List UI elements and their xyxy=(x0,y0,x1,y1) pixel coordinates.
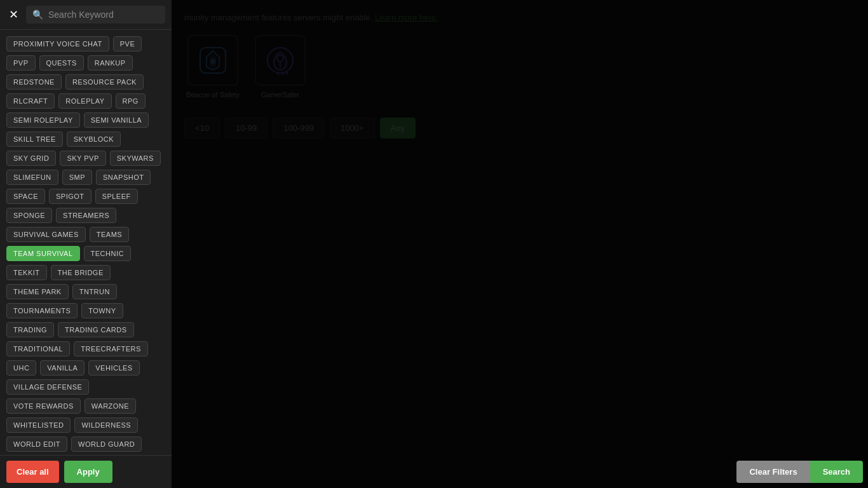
tag-tntrun[interactable]: TNTRUN xyxy=(72,284,117,299)
search-input[interactable] xyxy=(48,10,159,20)
tag-village-defense[interactable]: VILLAGE DEFENSE xyxy=(6,379,89,395)
tag-teams[interactable]: TEAMS xyxy=(90,227,129,242)
tag-technic[interactable]: TECHNIC xyxy=(84,246,131,261)
clear-all-button[interactable]: Clear all xyxy=(6,461,59,483)
tag-tekkit[interactable]: TEKKIT xyxy=(6,265,47,280)
tag-semi-vanilla[interactable]: SEMI VANILLA xyxy=(84,112,149,128)
close-button[interactable]: ✕ xyxy=(6,5,21,24)
tag-world-guard[interactable]: WORLD GUARD xyxy=(71,437,142,452)
tag-world-edit[interactable]: WORLD EDIT xyxy=(6,437,67,452)
tag-towny[interactable]: TOWNY xyxy=(81,303,123,318)
tag-wilderness[interactable]: WILDERNESS xyxy=(74,417,138,433)
tag-quests[interactable]: QUESTS xyxy=(39,55,84,71)
tag-semi-roleplay[interactable]: SEMI ROLEPLAY xyxy=(6,112,80,128)
tag-whitelisted[interactable]: WHITELISTED xyxy=(6,417,71,433)
tag-team-survival[interactable]: TEAM SURVIVAL xyxy=(6,246,80,261)
tag-pve[interactable]: PVE xyxy=(113,36,142,51)
tag-warzone[interactable]: WARZONE xyxy=(85,398,136,414)
tag-rpg[interactable]: RPG xyxy=(116,93,146,109)
tag-vanilla[interactable]: VANILLA xyxy=(40,360,85,376)
tag-redstone[interactable]: REDSTONE xyxy=(6,74,62,90)
search-input-wrapper: 🔍 xyxy=(26,6,165,24)
search-bar: ✕ 🔍 xyxy=(0,0,172,30)
tag-uhc[interactable]: UHC xyxy=(6,360,36,376)
tag-skywars[interactable]: SKYWARS xyxy=(110,151,161,166)
tag-vehicles[interactable]: VEHICLES xyxy=(88,360,139,376)
tag-pvp[interactable]: PVP xyxy=(6,55,36,71)
tag-snapshot[interactable]: SNAPSHOT xyxy=(96,170,151,185)
tag-skyblock[interactable]: SKYBLOCK xyxy=(67,132,121,147)
tag-sponge[interactable]: SPONGE xyxy=(6,208,52,223)
search-button[interactable]: Search xyxy=(810,461,863,483)
tag-skill-tree[interactable]: SKILL TREE xyxy=(6,132,63,147)
tags-scroll[interactable]: PROXIMITY VOICE CHATPVEPVPQUESTSRANKUPRE… xyxy=(0,30,172,455)
tag-rlcraft[interactable]: RLCRAFT xyxy=(6,93,55,109)
tag-tournaments[interactable]: TOURNAMENTS xyxy=(6,303,78,318)
tag-vote-rewards[interactable]: VOTE REWARDS xyxy=(6,398,81,414)
apply-button[interactable]: Apply xyxy=(64,461,112,483)
tag-treecrafters[interactable]: TREECRAFTERS xyxy=(74,341,148,356)
tag-roleplay[interactable]: ROLEPLAY xyxy=(58,93,111,109)
tag-streamers[interactable]: STREAMERS xyxy=(56,208,116,223)
tag-resource-pack[interactable]: RESOURCE PACK xyxy=(65,74,144,90)
tag-trading[interactable]: TRADING xyxy=(6,322,54,337)
tag-sky-pvp[interactable]: SKY PVP xyxy=(60,151,105,166)
filter-panel: ✕ 🔍 PROXIMITY VOICE CHATPVEPVPQUESTSRANK… xyxy=(0,0,172,488)
tag-spigot[interactable]: SPIGOT xyxy=(49,189,92,204)
tag-space[interactable]: SPACE xyxy=(6,189,45,204)
tag-proximity-voice-chat[interactable]: PROXIMITY VOICE CHAT xyxy=(6,36,109,51)
tag-sky-grid[interactable]: SKY GRID xyxy=(6,151,56,166)
tag-trading-cards[interactable]: TRADING CARDS xyxy=(58,322,134,337)
bottom-bar: Clear all Apply xyxy=(0,455,172,488)
tag-rankup[interactable]: RANKUP xyxy=(88,55,133,71)
tag-smp[interactable]: SMP xyxy=(62,170,92,185)
tag-theme-park[interactable]: THEME PARK xyxy=(6,284,69,299)
tag-survival-games[interactable]: SURVIVAL GAMES xyxy=(6,227,86,242)
tag-slimefun[interactable]: SLIMEFUN xyxy=(6,170,58,185)
global-bottom-bar: Clear Filters Search xyxy=(731,456,868,488)
tags-container: PROXIMITY VOICE CHATPVEPVPQUESTSRANKUPRE… xyxy=(6,36,165,455)
tag-spleef[interactable]: SPLEEF xyxy=(95,189,138,204)
tag-traditional[interactable]: TRADITIONAL xyxy=(6,341,70,356)
clear-filters-button[interactable]: Clear Filters xyxy=(736,461,810,483)
tag-the-bridge[interactable]: THE BRIDGE xyxy=(51,265,111,280)
search-icon: 🔍 xyxy=(32,10,43,20)
